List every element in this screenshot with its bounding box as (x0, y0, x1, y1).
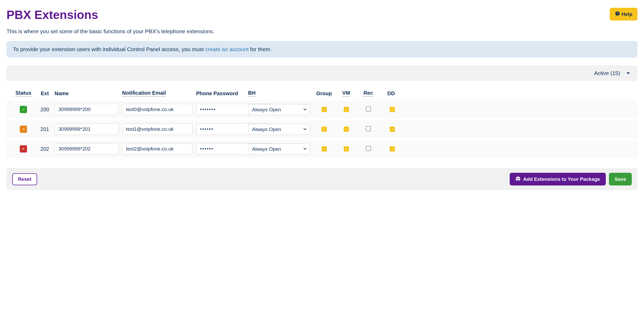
help-button[interactable]: Help (610, 8, 638, 20)
status-badge (20, 145, 27, 153)
col-ext: Ext (41, 91, 49, 96)
col-email: Notification Email (122, 90, 166, 97)
vm-checkbox[interactable] (344, 146, 349, 151)
name-input[interactable] (55, 123, 119, 135)
add-extensions-label: Add Extensions to Your Package (523, 176, 600, 182)
email-input[interactable] (122, 143, 192, 155)
col-dd: DD (387, 91, 395, 96)
ext-number: 202 (35, 146, 55, 152)
intro-text: This is where you set some of the basic … (6, 28, 638, 35)
reset-button[interactable]: Reset (12, 173, 37, 185)
group-checkbox[interactable] (322, 127, 327, 132)
col-group: Group (316, 91, 332, 96)
col-bh: BH (248, 90, 256, 97)
name-input[interactable] (55, 143, 119, 155)
col-rec: Rec (363, 90, 373, 97)
table-row: 200 Always Open (6, 101, 638, 118)
caret-down-icon (627, 72, 630, 74)
save-button[interactable]: Save (609, 173, 632, 185)
name-input[interactable] (55, 104, 119, 115)
bh-select[interactable]: Always Open (248, 104, 310, 115)
footer-bar: Reset Add Extensions to Your Package Sav… (6, 168, 638, 190)
col-vm: VM (342, 90, 350, 97)
table-row: 202 Always Open (6, 140, 638, 158)
col-status: Status (15, 90, 31, 97)
rec-checkbox[interactable] (366, 126, 371, 131)
status-badge (20, 106, 27, 113)
email-input[interactable] (122, 123, 192, 135)
group-checkbox[interactable] (322, 107, 327, 112)
gift-icon (515, 176, 521, 182)
banner-text-after: for them. (249, 46, 272, 52)
email-input[interactable] (122, 104, 192, 115)
add-extensions-button[interactable]: Add Extensions to Your Package (510, 173, 606, 185)
page-title: PBX Extensions (6, 8, 98, 22)
bh-select[interactable]: Always Open (248, 124, 310, 135)
create-account-link[interactable]: create an account (205, 46, 249, 52)
rec-checkbox[interactable] (366, 146, 371, 151)
help-icon (615, 11, 620, 17)
vm-checkbox[interactable] (344, 107, 349, 112)
info-banner: To provide your extension users with ind… (6, 41, 638, 58)
dd-checkbox[interactable] (390, 146, 395, 151)
dd-checkbox[interactable] (390, 127, 395, 132)
extensions-table: Status Ext Name Notification Email Phone… (6, 87, 638, 158)
group-checkbox[interactable] (322, 146, 327, 151)
col-name: Name (55, 91, 69, 96)
bh-select[interactable]: Always Open (248, 143, 310, 155)
filter-dropdown[interactable]: Active (15) (594, 70, 630, 76)
ext-number: 200 (35, 107, 55, 113)
status-badge (20, 126, 27, 133)
rec-checkbox[interactable] (366, 106, 371, 112)
vm-checkbox[interactable] (344, 127, 349, 132)
filter-bar: Active (15) (6, 65, 638, 81)
filter-label: Active (15) (594, 70, 620, 76)
ext-number: 201 (35, 126, 55, 132)
banner-text-before: To provide your extension users with ind… (13, 46, 205, 52)
help-label: Help (622, 11, 632, 17)
dd-checkbox[interactable] (390, 107, 395, 112)
table-header: Status Ext Name Notification Email Phone… (6, 87, 638, 101)
col-password: Phone Password (196, 91, 238, 96)
table-row: 201 Always Open (6, 120, 638, 138)
